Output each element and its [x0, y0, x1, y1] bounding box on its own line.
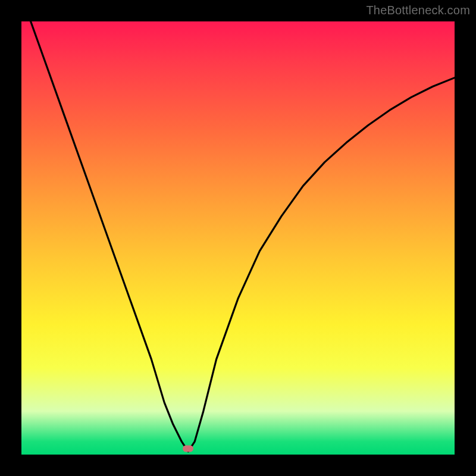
chart-frame: TheBottleneck.com — [0, 0, 476, 476]
optimum-marker — [183, 446, 193, 452]
bottleneck-curve — [21, 21, 455, 455]
plot-area — [21, 21, 455, 455]
watermark-text: TheBottleneck.com — [366, 4, 470, 17]
